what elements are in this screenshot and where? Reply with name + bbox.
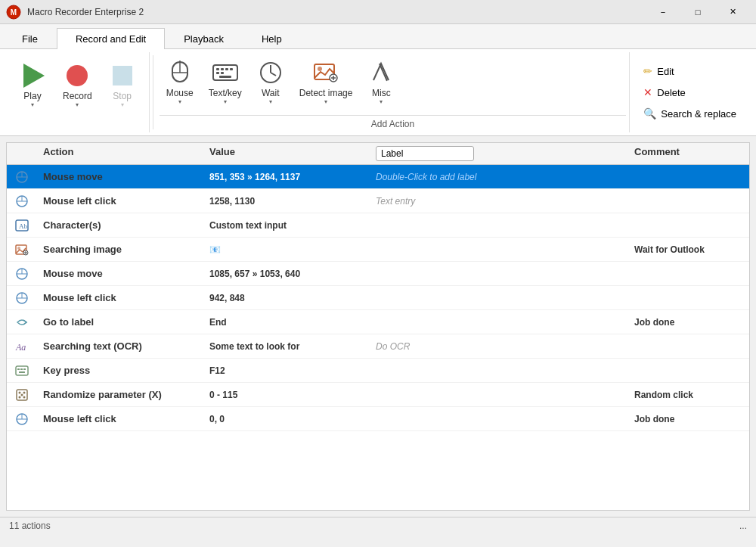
play-icon — [19, 62, 46, 89]
table-row[interactable]: Mouse move 851, 353 » 1264, 1137 Double-… — [7, 165, 749, 189]
tab-playback[interactable]: Playback — [165, 28, 243, 49]
table-row[interactable]: Ab Character(s) Custom text input — [7, 213, 749, 238]
menu-tabs: File Record and Edit Playback Help — [0, 24, 756, 49]
detect-image-label: Detect image — [299, 88, 353, 98]
detect-image-icon — [312, 59, 339, 86]
play-label: Play — [23, 91, 41, 101]
table-row[interactable]: Mouse left click 942, 848 — [7, 286, 749, 310]
row-comment: Job done — [628, 317, 749, 328]
record-arrow: ▾ — [76, 101, 79, 108]
title-bar: M Macro Recorder Enterprise 2 − □ ✕ — [0, 0, 756, 24]
col-label-header: Label — [370, 146, 628, 161]
action-count: 11 actions — [9, 521, 51, 531]
window-controls: − □ ✕ — [646, 0, 750, 24]
minimize-button[interactable]: − — [646, 0, 680, 24]
table-header: Action Value Label Comment — [7, 143, 749, 165]
row-value: 1258, 1130 — [203, 196, 370, 207]
table-row[interactable]: Randomize parameter (X) 0 - 115 Random c… — [7, 383, 749, 407]
textkey-label: Text/key — [209, 88, 242, 98]
x-icon: ✕ — [643, 86, 652, 98]
row-value: 0, 0 — [203, 414, 370, 424]
add-action-group: Mouse ▾ Text/key ▾ — [156, 52, 630, 132]
row-action: Searching image — [37, 244, 203, 255]
misc-arrow: ▾ — [380, 98, 383, 105]
wait-arrow: ▾ — [269, 98, 272, 105]
table-row[interactable]: Mouse move 1085, 657 » 1053, 640 — [7, 262, 749, 286]
misc-icon — [367, 59, 395, 86]
row-icon — [7, 169, 37, 185]
row-action: Searching text (OCR) — [37, 340, 203, 352]
tab-help[interactable]: Help — [243, 28, 301, 49]
clock-icon — [257, 59, 284, 86]
row-value: 📧 — [203, 244, 370, 255]
delete-button[interactable]: ✕ Delete — [639, 84, 741, 101]
mouse-label: Mouse — [166, 88, 194, 98]
table-row[interactable]: Aa Searching text (OCR) Some text to loo… — [7, 334, 749, 359]
row-icon — [7, 266, 37, 281]
row-value: 0 - 115 — [203, 390, 370, 400]
table-row[interactable]: Searching image 📧 Wait for Outlook — [7, 238, 749, 262]
col-value-header: Value — [203, 146, 370, 161]
search-replace-button[interactable]: 🔍 Search & replace — [639, 105, 741, 122]
playback-group: Play ▾ Record ▾ Stop ▾ — [6, 52, 150, 132]
tab-file[interactable]: File — [3, 28, 57, 49]
row-icon — [7, 244, 37, 256]
main-content: Action Value Label Comment Mouse move 85… — [6, 142, 750, 511]
textkey-button[interactable]: Text/key ▾ — [202, 55, 249, 112]
stop-button[interactable]: Stop ▾ — [102, 58, 143, 112]
col-comment-header: Comment — [628, 146, 749, 161]
app-title: Macro Recorder Enterprise 2 — [27, 7, 646, 17]
svg-rect-8 — [221, 68, 224, 70]
label-dropdown[interactable]: Label — [376, 146, 474, 161]
stop-label: Stop — [113, 91, 132, 101]
tab-record-edit[interactable]: Record and Edit — [57, 28, 165, 49]
col-icon-header — [7, 146, 37, 161]
search-replace-label: Search & replace — [661, 108, 736, 120]
record-button[interactable]: Record ▾ — [56, 58, 99, 112]
wait-button[interactable]: Wait ▾ — [250, 55, 291, 112]
row-action: Mouse left click — [37, 413, 203, 424]
row-icon — [7, 388, 37, 402]
close-button[interactable]: ✕ — [715, 0, 750, 24]
svg-rect-9 — [225, 68, 228, 70]
stop-arrow: ▾ — [121, 101, 124, 108]
svg-point-18 — [318, 67, 322, 71]
table-row[interactable]: Key press F12 — [7, 359, 749, 383]
svg-line-16 — [271, 73, 276, 76]
svg-point-51 — [19, 396, 21, 398]
row-value: F12 — [203, 365, 370, 376]
textkey-arrow: ▾ — [224, 98, 227, 105]
svg-rect-7 — [216, 68, 219, 70]
status-dots: ... — [739, 521, 747, 531]
svg-rect-46 — [23, 368, 26, 370]
table-row[interactable]: Mouse left click 1258, 1130 Text entry — [7, 189, 749, 213]
edit-label: Edit — [657, 66, 674, 77]
col-action-header: Action — [37, 146, 203, 161]
row-value: 1085, 657 » 1053, 640 — [203, 269, 370, 279]
record-icon — [64, 62, 91, 89]
row-value: Some text to look for — [203, 341, 370, 352]
ribbon: Play ▾ Record ▾ Stop ▾ — [0, 49, 756, 136]
row-icon: Ab — [7, 219, 37, 232]
mouse-button[interactable]: Mouse ▾ — [160, 55, 200, 112]
svg-point-49 — [19, 391, 21, 393]
row-icon — [7, 194, 37, 209]
svg-point-53 — [21, 393, 23, 396]
edit-button[interactable]: ✏ Edit — [639, 63, 741, 79]
table-row[interactable]: Mouse left click 0, 0 Job done — [7, 407, 749, 431]
mouse-arrow: ▾ — [178, 98, 181, 105]
row-value: End — [203, 317, 370, 328]
table-body: Mouse move 851, 353 » 1264, 1137 Double-… — [7, 165, 749, 510]
svg-point-52 — [23, 396, 26, 398]
row-comment: Job done — [628, 414, 749, 424]
row-action: Key press — [37, 365, 203, 376]
table-row[interactable]: Go to label End Job done — [7, 310, 749, 334]
play-button[interactable]: Play ▾ — [12, 58, 53, 112]
svg-text:Ab: Ab — [19, 222, 27, 230]
svg-point-50 — [23, 391, 26, 393]
detect-image-button[interactable]: Detect image ▾ — [293, 55, 360, 112]
misc-button[interactable]: Misc ▾ — [361, 55, 401, 112]
row-action: Character(s) — [37, 219, 203, 231]
row-icon — [7, 291, 37, 306]
maximize-button[interactable]: □ — [680, 0, 715, 24]
